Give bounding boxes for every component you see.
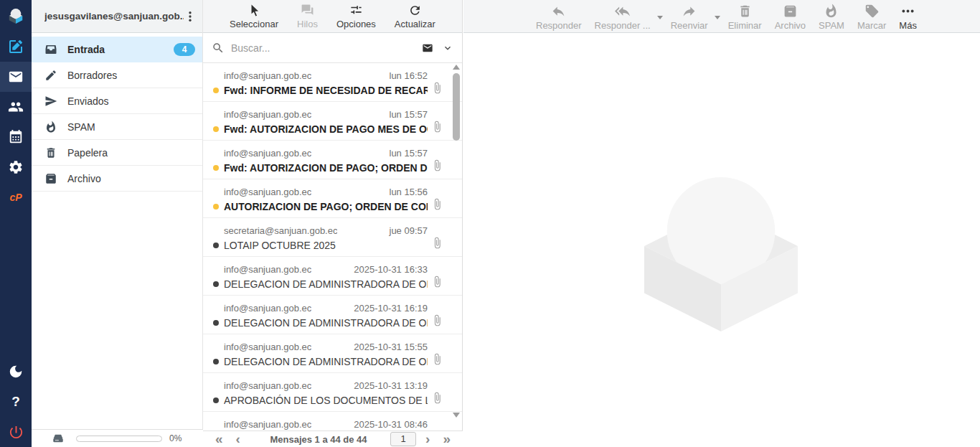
fire-icon [824, 4, 839, 19]
message-row[interactable]: info@sanjuan.gob.eclun 15:56 AUTORIZACIO… [203, 179, 462, 218]
message-row[interactable]: info@sanjuan.gob.eclun 16:52 Fwd: INFORM… [203, 63, 462, 102]
cpanel-icon[interactable]: cP [0, 182, 32, 212]
message-row[interactable]: info@sanjuan.gob.ec2025-10-31 13:19 APRO… [203, 373, 462, 412]
delete-button[interactable]: Eliminar [722, 0, 768, 31]
attachment-icon [431, 353, 443, 365]
list-scrollbar[interactable] [452, 65, 461, 428]
prev-page-button[interactable]: ‹ [230, 432, 247, 446]
last-page-button[interactable]: » [436, 432, 457, 446]
forward-button[interactable]: Reenviar [664, 0, 715, 31]
search-input[interactable] [230, 42, 420, 55]
message-list: info@sanjuan.gob.eclun 16:52 Fwd: INFORM… [203, 63, 462, 430]
help-icon[interactable]: ? [0, 387, 32, 417]
message-date: lun 15:57 [390, 109, 428, 120]
status-dot[interactable] [213, 243, 224, 248]
more-button[interactable]: Más [892, 0, 923, 31]
unread-count-badge: 4 [174, 43, 195, 56]
refresh-button[interactable]: Actualizar [390, 2, 440, 31]
message-list-panel: Seleccionar Hilos Opciones Actualizar [203, 0, 463, 447]
message-date: jue 09:57 [390, 225, 428, 236]
message-date: lun 15:57 [390, 148, 428, 159]
reply-button[interactable]: Responder [529, 0, 588, 31]
compose-icon[interactable] [0, 32, 32, 62]
scroll-down-icon[interactable] [453, 413, 460, 418]
status-dot[interactable] [213, 397, 224, 403]
settings-icon[interactable] [0, 152, 32, 182]
message-toolbar: Responder Responder ... Reenviar [463, 0, 980, 33]
content-panel: Responder Responder ... Reenviar [463, 0, 980, 447]
trash-icon [738, 4, 753, 19]
mark-button[interactable]: Marcar [851, 0, 892, 31]
status-dot[interactable] [213, 126, 224, 132]
attachment-icon [431, 198, 443, 210]
mail-icon[interactable] [0, 62, 32, 92]
message-subject: DELEGACION DE ADMINISTRADORA DE OR... [224, 278, 428, 290]
pencil-icon [44, 69, 57, 82]
message-sender: info@sanjuan.gob.ec [224, 70, 311, 81]
options-button[interactable]: Opciones [332, 2, 380, 31]
message-row[interactable]: info@sanjuan.gob.eclun 15:57 Fwd: AUTORI… [203, 102, 462, 141]
quota-progress [76, 436, 162, 442]
envelope-icon[interactable] [420, 42, 435, 54]
roundcube-logo[interactable] [0, 0, 32, 32]
message-date: 2025-10-31 15:55 [354, 342, 428, 352]
inbox-icon [44, 43, 57, 56]
page-number-input[interactable]: 1 [390, 432, 416, 446]
message-row[interactable]: secretaria@sanjuan.gob.ecjue 09:57 LOTAI… [203, 218, 462, 257]
message-row[interactable]: info@sanjuan.gob.eclun 15:57 Fwd: AUTORI… [203, 141, 462, 179]
webmail-app: cP ? jesusgavilanes@sanjuan.gob.... Entr… [0, 0, 980, 447]
status-dot[interactable] [213, 320, 224, 326]
message-subject: Fwd: AUTORIZACION DE PAGO MES DE OC... [224, 123, 428, 135]
status-dot[interactable] [213, 204, 224, 210]
status-dot[interactable] [213, 165, 224, 171]
forward-icon [682, 4, 697, 19]
status-dot[interactable] [213, 359, 224, 364]
options-sliders-icon [349, 4, 363, 17]
sidebar-item-papelera[interactable]: Papelera [32, 140, 202, 166]
message-row[interactable]: info@sanjuan.gob.ec2025-10-31 08:46 [203, 412, 462, 430]
message-row[interactable]: info@sanjuan.gob.ec2025-10-31 16:19 DELE… [203, 296, 462, 334]
cursor-select-icon [248, 4, 261, 17]
contacts-icon[interactable] [0, 92, 32, 122]
logout-power-icon[interactable] [0, 417, 32, 447]
threads-button[interactable]: Hilos [293, 2, 322, 31]
next-page-button[interactable]: › [419, 432, 436, 446]
trash-icon [44, 146, 57, 159]
attachment-icon [431, 82, 443, 94]
sidebar-item-entrada[interactable]: Entrada 4 [32, 37, 202, 62]
dark-mode-moon-icon[interactable] [0, 357, 32, 387]
reply-all-caret-icon[interactable] [657, 16, 663, 19]
message-row[interactable]: info@sanjuan.gob.ec2025-10-31 15:55 DELE… [203, 334, 462, 373]
archive-button[interactable]: Archivo [768, 0, 812, 31]
status-dot[interactable] [213, 281, 224, 287]
message-sender: info@sanjuan.gob.ec [224, 187, 311, 197]
sidebar-item-spam[interactable]: SPAM [32, 114, 202, 140]
sidebar-item-archivo[interactable]: Archivo [32, 166, 202, 192]
message-sender: info@sanjuan.gob.ec [224, 264, 311, 275]
scroll-up-icon[interactable] [453, 65, 460, 70]
message-row[interactable]: info@sanjuan.gob.ec2025-10-31 16:33 DELE… [203, 257, 462, 296]
message-subject: DELEGACION DE ADMINISTRADORA DE OR... [224, 356, 428, 367]
roundcube-logo-watermark [643, 171, 799, 333]
kebab-menu-icon[interactable] [184, 10, 197, 23]
reply-all-button[interactable]: Responder ... [588, 0, 657, 31]
first-page-button[interactable]: « [209, 432, 230, 446]
message-date: lun 15:56 [390, 187, 428, 197]
forward-caret-icon[interactable] [715, 16, 720, 19]
scrollbar-thumb[interactable] [453, 73, 460, 141]
chevron-down-icon[interactable] [442, 42, 453, 54]
calendar-icon[interactable] [0, 122, 32, 152]
message-subject: LOTAIP OCTUBRE 2025 [224, 240, 428, 251]
spam-button[interactable]: SPAM [812, 0, 851, 31]
reply-all-icon [615, 4, 630, 19]
ellipsis-icon [900, 4, 915, 19]
status-dot[interactable] [213, 88, 224, 93]
disk-icon [50, 432, 66, 445]
select-button[interactable]: Seleccionar [225, 2, 283, 31]
app-rail: cP ? [0, 0, 32, 447]
attachment-icon [431, 314, 443, 326]
sidebar-item-enviados[interactable]: Enviados [32, 88, 202, 114]
message-sender: info@sanjuan.gob.ec [224, 148, 311, 159]
sidebar-item-borradores[interactable]: Borradores [32, 62, 202, 88]
message-subject: AUTORIZACION DE PAGO; ORDEN DE COM... [224, 201, 428, 212]
